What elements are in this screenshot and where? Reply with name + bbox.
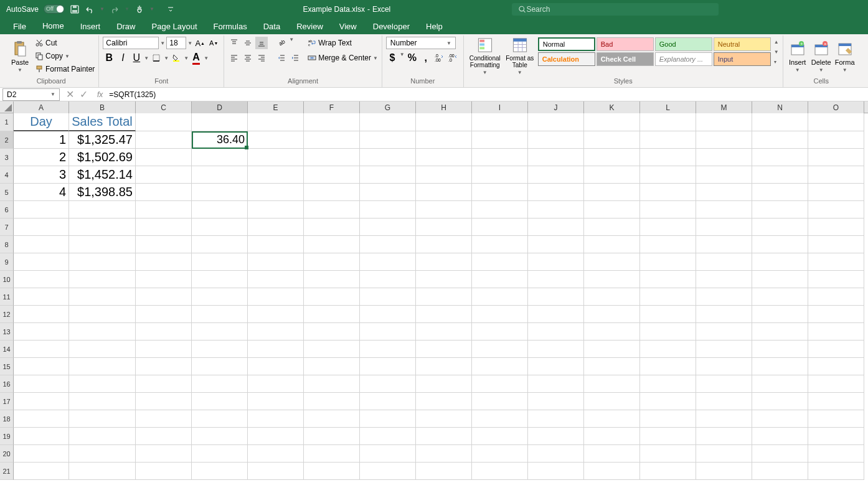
- cell-K18[interactable]: [584, 410, 640, 428]
- cell-C11[interactable]: [136, 288, 192, 306]
- cell-J17[interactable]: [528, 393, 584, 410]
- cell-H14[interactable]: [416, 341, 472, 358]
- cell-I9[interactable]: [472, 253, 528, 271]
- cell-L5[interactable]: [640, 184, 696, 201]
- cell-G2[interactable]: [360, 131, 416, 149]
- cell-M17[interactable]: [696, 393, 752, 410]
- row-header-11[interactable]: 11: [0, 288, 14, 306]
- cell-K9[interactable]: [584, 253, 640, 271]
- cell-E7[interactable]: [248, 218, 304, 236]
- cut-button[interactable]: Cut: [35, 37, 95, 49]
- cell-J3[interactable]: [528, 149, 584, 166]
- cell-K17[interactable]: [584, 393, 640, 410]
- cell-F17[interactable]: [304, 393, 360, 410]
- row-header-19[interactable]: 19: [0, 428, 14, 445]
- cell-O3[interactable]: [808, 149, 864, 166]
- row-header-3[interactable]: 3: [0, 149, 14, 166]
- undo-dropdown-icon[interactable]: ▼: [100, 6, 105, 12]
- col-header-O[interactable]: O: [808, 101, 864, 113]
- tab-review[interactable]: Review: [288, 18, 331, 34]
- touch-mode-icon[interactable]: [134, 4, 144, 14]
- cell-H18[interactable]: [416, 410, 472, 428]
- col-header-I[interactable]: I: [472, 101, 528, 113]
- cell-O1[interactable]: [808, 113, 864, 131]
- cell-O18[interactable]: [808, 410, 864, 428]
- tab-formulas[interactable]: Formulas: [205, 18, 255, 34]
- cell-E8[interactable]: [248, 236, 304, 253]
- cell-J20[interactable]: [528, 445, 584, 463]
- cell-H1[interactable]: [416, 113, 472, 131]
- col-header-C[interactable]: C: [136, 101, 192, 113]
- cell-E4[interactable]: [248, 166, 304, 184]
- cell-C21[interactable]: [136, 463, 192, 480]
- cell-F18[interactable]: [304, 410, 360, 428]
- row-header-16[interactable]: 16: [0, 375, 14, 393]
- cell-K7[interactable]: [584, 218, 640, 236]
- cell-I15[interactable]: [472, 358, 528, 375]
- cell-E5[interactable]: [248, 184, 304, 201]
- cell-F12[interactable]: [304, 306, 360, 323]
- tab-draw[interactable]: Draw: [108, 18, 143, 34]
- cell-J6[interactable]: [528, 201, 584, 218]
- cell-O20[interactable]: [808, 445, 864, 463]
- cell-F1[interactable]: [304, 113, 360, 131]
- increase-font-icon[interactable]: A▲: [194, 37, 206, 49]
- format-cells-button[interactable]: Forma▼: [834, 37, 856, 75]
- cell-L15[interactable]: [640, 358, 696, 375]
- cell-L2[interactable]: [640, 131, 696, 149]
- cell-M7[interactable]: [696, 218, 752, 236]
- copy-dropdown-icon[interactable]: ▼: [65, 54, 70, 59]
- cell-O6[interactable]: [808, 201, 864, 218]
- tab-home[interactable]: Home: [34, 18, 72, 34]
- cell-D12[interactable]: [192, 306, 248, 323]
- cell-L18[interactable]: [640, 410, 696, 428]
- cell-J12[interactable]: [528, 306, 584, 323]
- cell-N8[interactable]: [752, 236, 808, 253]
- italic-button[interactable]: I: [116, 52, 129, 64]
- row-header-21[interactable]: 21: [0, 463, 14, 480]
- cell-C14[interactable]: [136, 341, 192, 358]
- cell-H17[interactable]: [416, 393, 472, 410]
- row-header-4[interactable]: 4: [0, 166, 14, 184]
- cell-L7[interactable]: [640, 218, 696, 236]
- col-header-N[interactable]: N: [752, 101, 808, 113]
- col-header-D[interactable]: D: [192, 101, 248, 113]
- cell-H11[interactable]: [416, 288, 472, 306]
- underline-dropdown-icon[interactable]: ▼: [144, 55, 149, 61]
- align-top-icon[interactable]: [228, 37, 240, 49]
- cell-A9[interactable]: [14, 253, 69, 271]
- cell-A17[interactable]: [14, 393, 69, 410]
- row-header-8[interactable]: 8: [0, 236, 14, 253]
- cell-B9[interactable]: [69, 253, 136, 271]
- cell-I1[interactable]: [472, 113, 528, 131]
- cell-L4[interactable]: [640, 166, 696, 184]
- cell-L8[interactable]: [640, 236, 696, 253]
- cell-H4[interactable]: [416, 166, 472, 184]
- cell-K6[interactable]: [584, 201, 640, 218]
- col-header-A[interactable]: A: [14, 101, 69, 113]
- cell-K8[interactable]: [584, 236, 640, 253]
- cell-A6[interactable]: [14, 201, 69, 218]
- cell-D19[interactable]: [192, 428, 248, 445]
- orientation-dropdown-icon[interactable]: ▼: [289, 37, 294, 49]
- cell-L11[interactable]: [640, 288, 696, 306]
- cell-A7[interactable]: [14, 218, 69, 236]
- cell-D18[interactable]: [192, 410, 248, 428]
- font-size-input[interactable]: [166, 37, 186, 49]
- cell-G13[interactable]: [360, 323, 416, 341]
- cell-H10[interactable]: [416, 271, 472, 288]
- cell-B11[interactable]: [69, 288, 136, 306]
- cell-K5[interactable]: [584, 184, 640, 201]
- fontcolor-dropdown-icon[interactable]: ▼: [204, 55, 209, 61]
- cell-B1[interactable]: Sales Total: [69, 113, 136, 131]
- cell-C17[interactable]: [136, 393, 192, 410]
- cell-M4[interactable]: [696, 166, 752, 184]
- cell-O5[interactable]: [808, 184, 864, 201]
- cell-B4[interactable]: $1,452.14: [69, 166, 136, 184]
- cell-A15[interactable]: [14, 358, 69, 375]
- cell-M12[interactable]: [696, 306, 752, 323]
- cell-F6[interactable]: [304, 201, 360, 218]
- row-header-2[interactable]: 2: [0, 131, 14, 149]
- cell-I8[interactable]: [472, 236, 528, 253]
- cell-O11[interactable]: [808, 288, 864, 306]
